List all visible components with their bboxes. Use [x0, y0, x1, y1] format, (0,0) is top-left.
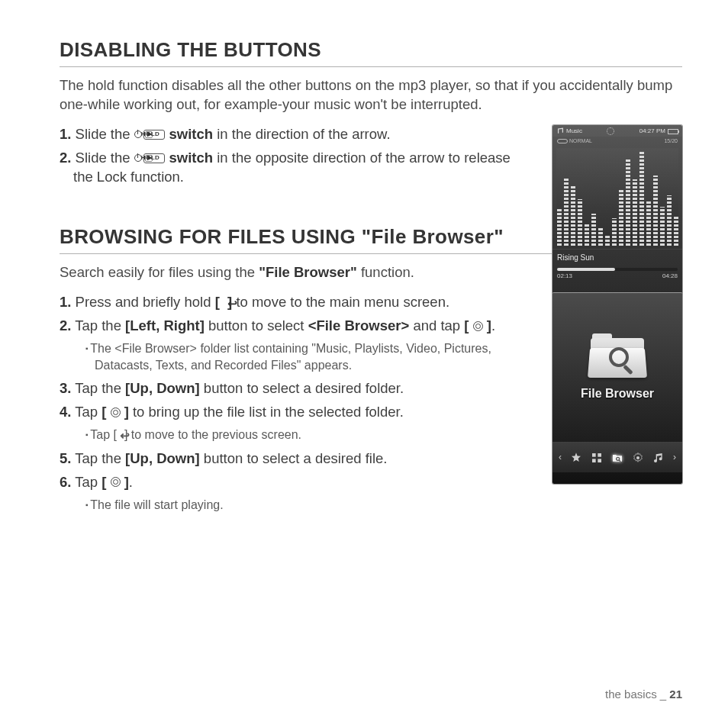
- step-text: [Left, Right]: [125, 317, 205, 333]
- step-text: ] to move to the previous screen.: [121, 428, 301, 441]
- device-app-title: Music: [566, 127, 582, 136]
- page-footer: the basics _ 21: [605, 687, 682, 702]
- step-text: [Up, Down]: [125, 380, 200, 396]
- power-icon: [134, 130, 142, 138]
- back-icon: ↪: [120, 428, 121, 443]
- select-icon: [111, 477, 121, 487]
- folder-search-icon: [588, 333, 647, 378]
- device-track-counter: 15/20: [664, 137, 678, 144]
- nav-right-icon: ›: [673, 451, 676, 463]
- step-2-disable: 2. Slide the HOLD▶ switch in the opposit…: [60, 149, 529, 187]
- device-clock: 04:27 PM: [639, 127, 665, 136]
- step-text: Slide the: [76, 150, 134, 166]
- step-text: Tap [: [90, 428, 120, 441]
- step-text: to move to the main menu screen.: [232, 294, 449, 310]
- step-text: button to select a desired file.: [200, 450, 388, 466]
- music-icon: [556, 127, 564, 135]
- step-text: <File Browser>: [308, 317, 410, 333]
- step-text: in the direction of the arrow.: [213, 126, 390, 142]
- step-text: Tap the: [75, 380, 125, 396]
- step-text: function.: [357, 264, 414, 280]
- apps-icon: [591, 452, 603, 464]
- settings-icon: [607, 127, 614, 135]
- step-text: button to select a desired folder.: [200, 380, 404, 396]
- step-1-disable: 1. Slide the HOLD▶ switch in the directi…: [60, 125, 529, 144]
- battery-icon: [668, 129, 678, 134]
- step-text: to bring up the file list in the selecte…: [129, 404, 404, 420]
- device-mode: NORMAL: [569, 137, 592, 144]
- step-text: Tap the: [75, 317, 125, 333]
- step-2-fb-sub: The <File Browser> folder list containin…: [85, 340, 529, 373]
- svg-rect-1: [598, 453, 601, 457]
- step-text: Press and briefly hold: [76, 294, 215, 310]
- step-3-fb: 3. Tap the [Up, Down] button to select a…: [60, 379, 529, 398]
- select-icon: [473, 321, 483, 331]
- hold-switch-icon: HOLD▶: [134, 130, 166, 140]
- svg-rect-0: [592, 453, 596, 457]
- device-screenshot-filebrowser: File Browser ‹ ›: [552, 293, 682, 484]
- step-2-fb: 2. Tap the [Left, Right] button to selec…: [60, 317, 529, 336]
- step-5-fb: 5. Tap the [Up, Down] button to select a…: [60, 449, 529, 469]
- svg-rect-2: [592, 459, 596, 462]
- nav-left-icon: ‹: [559, 451, 562, 463]
- step-text: switch: [169, 126, 214, 142]
- step-text: Tap: [75, 404, 101, 420]
- hold-label: HOLD: [155, 154, 160, 163]
- step-1-fb: 1. Press and briefly hold [ ↪ ] to move …: [60, 293, 529, 312]
- step-text: Tap the: [75, 450, 125, 466]
- device-screenshot-music: Music 04:27 PM NORMAL 15/20 Rising Sun 0…: [552, 125, 682, 302]
- select-icon: [111, 407, 121, 417]
- intro-disabling: The hold function disables all the other…: [60, 76, 682, 114]
- step-text: Slide the: [76, 126, 134, 142]
- footer-chapter: the basics _: [605, 688, 669, 701]
- settings-mini-icon: [632, 452, 644, 464]
- step-4-fb-sub: Tap [ ↪ ] to move to the previous screen…: [85, 427, 529, 443]
- equalizer-visual: [556, 148, 678, 246]
- device-total: 04:28: [662, 272, 678, 281]
- step-6-fb-sub: The file will start playing.: [85, 497, 529, 514]
- device-fb-label: File Browser: [581, 385, 654, 402]
- footer-page-number: 21: [669, 688, 682, 701]
- mode-pill-icon: [557, 139, 568, 143]
- step-text: "File Browser": [259, 264, 357, 280]
- step-text: [Up, Down]: [125, 450, 200, 466]
- device-elapsed: 02:13: [557, 272, 572, 281]
- hold-switch-icon: HOLD▶: [134, 153, 166, 163]
- filebrowser-mini-icon: [611, 452, 623, 464]
- step-text: button to select: [205, 317, 308, 333]
- music-mini-icon: [652, 452, 665, 464]
- step-text: Search easily for files using the: [60, 264, 259, 280]
- step-text: Tap: [75, 474, 101, 490]
- step-4-fb: 4. Tap [ ] to bring up the file list in …: [60, 403, 529, 422]
- svg-rect-3: [598, 459, 601, 462]
- device-iconbar: ‹ ›: [552, 442, 682, 472]
- step-text: switch: [169, 150, 214, 166]
- device-song-title: Rising Sun: [552, 249, 682, 265]
- device-progress-bar: [557, 268, 678, 271]
- power-icon: [134, 154, 142, 162]
- hold-label: HOLD: [155, 130, 160, 139]
- heading-disabling-buttons: DISABLING THE BUTTONS: [60, 37, 682, 67]
- svg-point-6: [636, 456, 639, 459]
- favorites-icon: [570, 452, 582, 464]
- step-6-fb: 6. Tap [ ].: [60, 473, 529, 492]
- step-text: and tap: [409, 317, 464, 333]
